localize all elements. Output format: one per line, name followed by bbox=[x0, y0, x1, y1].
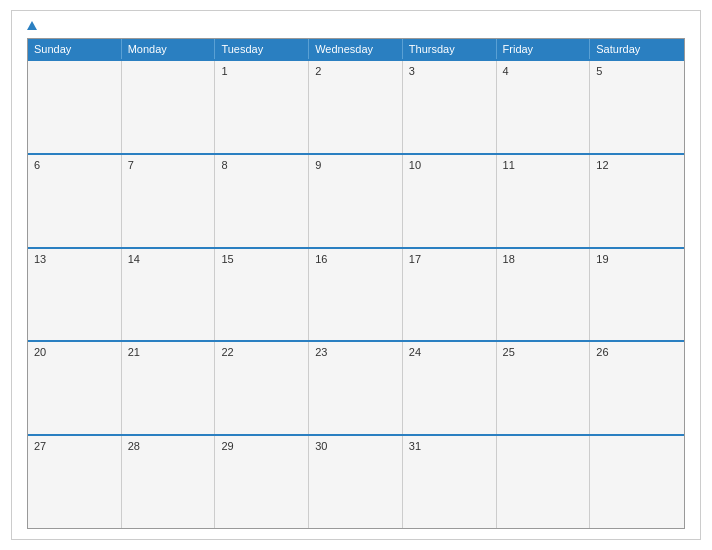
day-cell: 28 bbox=[122, 436, 216, 528]
day-cell: 2 bbox=[309, 61, 403, 153]
day-cell: 24 bbox=[403, 342, 497, 434]
day-number: 22 bbox=[221, 346, 302, 359]
day-cell: 7 bbox=[122, 155, 216, 247]
day-cell: 1 bbox=[215, 61, 309, 153]
day-number: 11 bbox=[503, 159, 584, 172]
day-number: 20 bbox=[34, 346, 115, 359]
day-number: 26 bbox=[596, 346, 678, 359]
day-number: 9 bbox=[315, 159, 396, 172]
day-cell: 31 bbox=[403, 436, 497, 528]
day-number: 18 bbox=[503, 253, 584, 266]
day-number: 4 bbox=[503, 65, 584, 78]
day-header-tuesday: Tuesday bbox=[215, 39, 309, 59]
day-number: 5 bbox=[596, 65, 678, 78]
day-number: 27 bbox=[34, 440, 115, 453]
day-cell: 12 bbox=[590, 155, 684, 247]
day-number: 25 bbox=[503, 346, 584, 359]
day-cell: 3 bbox=[403, 61, 497, 153]
day-header-monday: Monday bbox=[122, 39, 216, 59]
day-cell: 19 bbox=[590, 249, 684, 341]
day-number: 7 bbox=[128, 159, 209, 172]
day-number: 31 bbox=[409, 440, 490, 453]
day-cell: 13 bbox=[28, 249, 122, 341]
day-number: 6 bbox=[34, 159, 115, 172]
day-number: 15 bbox=[221, 253, 302, 266]
day-cell: 17 bbox=[403, 249, 497, 341]
day-cell bbox=[590, 436, 684, 528]
day-number: 28 bbox=[128, 440, 209, 453]
day-cell: 21 bbox=[122, 342, 216, 434]
day-cell: 11 bbox=[497, 155, 591, 247]
day-cell: 14 bbox=[122, 249, 216, 341]
logo-triangle-icon bbox=[27, 21, 37, 30]
day-number: 2 bbox=[315, 65, 396, 78]
day-number: 29 bbox=[221, 440, 302, 453]
day-headers-row: SundayMondayTuesdayWednesdayThursdayFrid… bbox=[28, 39, 684, 59]
weeks-container: 1234567891011121314151617181920212223242… bbox=[28, 59, 684, 528]
day-number: 30 bbox=[315, 440, 396, 453]
day-number: 23 bbox=[315, 346, 396, 359]
day-number: 3 bbox=[409, 65, 490, 78]
week-row-3: 13141516171819 bbox=[28, 247, 684, 341]
logo bbox=[27, 21, 39, 30]
day-cell: 16 bbox=[309, 249, 403, 341]
day-cell bbox=[497, 436, 591, 528]
day-cell: 23 bbox=[309, 342, 403, 434]
day-number: 17 bbox=[409, 253, 490, 266]
day-cell: 4 bbox=[497, 61, 591, 153]
week-row-2: 6789101112 bbox=[28, 153, 684, 247]
day-number: 10 bbox=[409, 159, 490, 172]
day-number: 21 bbox=[128, 346, 209, 359]
day-number: 13 bbox=[34, 253, 115, 266]
day-number: 14 bbox=[128, 253, 209, 266]
day-cell: 6 bbox=[28, 155, 122, 247]
week-row-1: 12345 bbox=[28, 59, 684, 153]
day-cell: 27 bbox=[28, 436, 122, 528]
day-number: 19 bbox=[596, 253, 678, 266]
day-number: 12 bbox=[596, 159, 678, 172]
day-header-sunday: Sunday bbox=[28, 39, 122, 59]
day-header-saturday: Saturday bbox=[590, 39, 684, 59]
day-cell: 15 bbox=[215, 249, 309, 341]
day-header-thursday: Thursday bbox=[403, 39, 497, 59]
logo-blue-text bbox=[27, 21, 39, 30]
day-number: 1 bbox=[221, 65, 302, 78]
day-cell: 20 bbox=[28, 342, 122, 434]
day-cell: 8 bbox=[215, 155, 309, 247]
week-row-4: 20212223242526 bbox=[28, 340, 684, 434]
day-cell bbox=[122, 61, 216, 153]
day-cell: 25 bbox=[497, 342, 591, 434]
week-row-5: 2728293031 bbox=[28, 434, 684, 528]
day-cell: 10 bbox=[403, 155, 497, 247]
day-header-friday: Friday bbox=[497, 39, 591, 59]
day-cell bbox=[28, 61, 122, 153]
day-cell: 18 bbox=[497, 249, 591, 341]
day-cell: 26 bbox=[590, 342, 684, 434]
day-number: 16 bbox=[315, 253, 396, 266]
day-cell: 22 bbox=[215, 342, 309, 434]
day-header-wednesday: Wednesday bbox=[309, 39, 403, 59]
day-number: 24 bbox=[409, 346, 490, 359]
day-number: 8 bbox=[221, 159, 302, 172]
day-cell: 30 bbox=[309, 436, 403, 528]
day-cell: 5 bbox=[590, 61, 684, 153]
calendar: SundayMondayTuesdayWednesdayThursdayFrid… bbox=[11, 10, 701, 540]
calendar-grid: SundayMondayTuesdayWednesdayThursdayFrid… bbox=[27, 38, 685, 529]
calendar-header bbox=[27, 21, 685, 30]
day-cell: 29 bbox=[215, 436, 309, 528]
day-cell: 9 bbox=[309, 155, 403, 247]
